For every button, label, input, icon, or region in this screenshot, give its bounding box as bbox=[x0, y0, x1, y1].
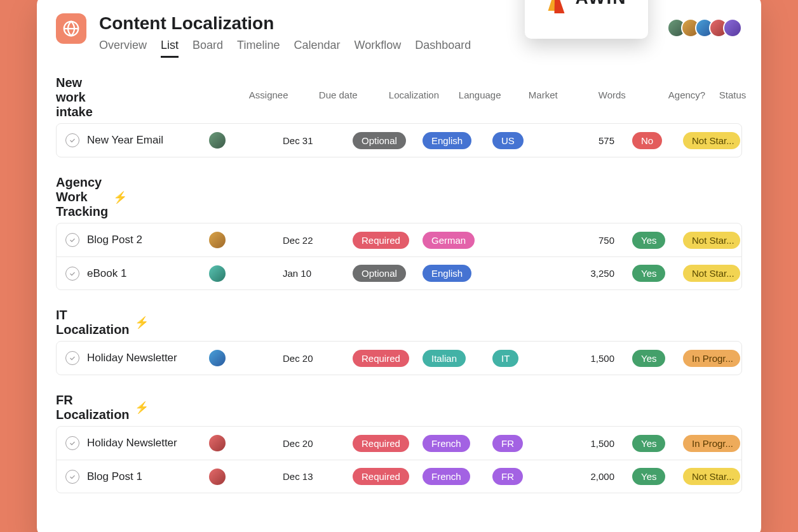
column-header[interactable]: Assignee bbox=[243, 90, 313, 100]
language-pill: German bbox=[423, 232, 475, 249]
language-pill: Italian bbox=[423, 350, 466, 367]
assignee-avatar[interactable] bbox=[208, 467, 227, 486]
market-cell[interactable]: FR bbox=[486, 435, 556, 452]
awin-logo-icon bbox=[546, 0, 569, 15]
section-title[interactable]: IT Localization⚡ bbox=[56, 308, 149, 337]
assignee-avatar[interactable] bbox=[208, 349, 227, 368]
due-date-cell[interactable]: Dec 13 bbox=[276, 471, 346, 482]
tab-board[interactable]: Board bbox=[193, 39, 223, 58]
complete-check-icon[interactable] bbox=[65, 470, 79, 484]
due-date-cell[interactable]: Dec 31 bbox=[276, 135, 346, 146]
section-title[interactable]: FR Localization⚡ bbox=[56, 393, 149, 422]
localization-cell[interactable]: Required bbox=[346, 468, 416, 485]
section-title[interactable]: Agency Work Tracking⚡ bbox=[56, 175, 127, 219]
assignee-avatar[interactable] bbox=[208, 131, 227, 150]
status-cell[interactable]: In Progr... bbox=[677, 350, 742, 367]
tab-dashboard[interactable]: Dashboard bbox=[415, 39, 471, 58]
localization-cell[interactable]: Required bbox=[346, 350, 416, 367]
column-header[interactable]: Words bbox=[592, 90, 662, 100]
status-pill: In Progr... bbox=[683, 350, 740, 367]
complete-check-icon[interactable] bbox=[65, 436, 79, 450]
agency-pill: Yes bbox=[632, 468, 665, 485]
language-pill: English bbox=[423, 132, 471, 149]
section-title[interactable]: New work intake bbox=[56, 76, 93, 119]
localization-cell[interactable]: Required bbox=[346, 232, 416, 249]
task-name[interactable]: New Year Email bbox=[87, 134, 163, 147]
localization-cell[interactable]: Required bbox=[346, 435, 416, 452]
column-header[interactable]: Due date bbox=[313, 90, 382, 100]
assignee-avatar[interactable] bbox=[208, 434, 227, 453]
words-cell[interactable]: 2,000 bbox=[556, 471, 626, 482]
tab-overview[interactable]: Overview bbox=[99, 39, 147, 58]
words-cell[interactable]: 575 bbox=[556, 135, 626, 146]
localization-pill: Required bbox=[353, 468, 409, 485]
collaborator-avatars[interactable] bbox=[672, 13, 742, 37]
agency-cell[interactable]: Yes bbox=[626, 265, 677, 282]
agency-cell[interactable]: Yes bbox=[626, 435, 677, 452]
task-name[interactable]: Blog Post 1 bbox=[87, 470, 142, 483]
task-row[interactable]: New Year EmailDec 31OptionalEnglishUS575… bbox=[57, 124, 741, 157]
project-tabs: OverviewListBoardTimelineCalendarWorkflo… bbox=[99, 39, 672, 58]
task-row[interactable]: Holiday NewsletterDec 20RequiredFrenchFR… bbox=[57, 427, 741, 460]
language-cell[interactable]: German bbox=[416, 232, 486, 249]
status-cell[interactable]: In Progr... bbox=[677, 435, 742, 452]
tab-timeline[interactable]: Timeline bbox=[237, 39, 280, 58]
words-cell[interactable]: 3,250 bbox=[556, 268, 626, 279]
column-header[interactable]: Market bbox=[522, 90, 592, 100]
complete-check-icon[interactable] bbox=[65, 133, 79, 147]
agency-cell[interactable]: Yes bbox=[626, 232, 677, 249]
localization-cell[interactable]: Optional bbox=[346, 265, 416, 282]
due-date-cell[interactable]: Dec 22 bbox=[276, 235, 346, 246]
section: New work intakeAssigneeDue dateLocalizat… bbox=[56, 76, 742, 157]
task-row[interactable]: Blog Post 2Dec 22RequiredGerman750YesNot… bbox=[57, 223, 741, 256]
collaborator-avatar[interactable] bbox=[723, 18, 742, 37]
market-cell[interactable]: FR bbox=[486, 468, 556, 485]
status-cell[interactable]: Not Star... bbox=[677, 468, 742, 485]
words-cell[interactable]: 750 bbox=[556, 235, 626, 246]
section: IT Localization⚡AssigneeDue dateLocaliza… bbox=[56, 308, 742, 375]
status-cell[interactable]: Not Star... bbox=[677, 132, 742, 149]
market-cell[interactable]: IT bbox=[486, 350, 556, 367]
column-header[interactable]: Language bbox=[452, 90, 522, 100]
column-header[interactable]: Status bbox=[713, 90, 783, 100]
agency-cell[interactable]: Yes bbox=[626, 350, 677, 367]
section: FR Localization⚡AssigneeDue dateLocaliza… bbox=[56, 393, 742, 493]
localization-pill: Required bbox=[353, 435, 409, 452]
status-pill: In Progr... bbox=[683, 435, 740, 452]
language-cell[interactable]: French bbox=[416, 468, 486, 485]
task-row[interactable]: Holiday NewsletterDec 20RequiredItalianI… bbox=[57, 342, 741, 375]
task-name[interactable]: Holiday Newsletter bbox=[87, 352, 177, 364]
task-row[interactable]: eBook 1Jan 10OptionalEnglish3,250YesNot … bbox=[57, 256, 741, 289]
complete-check-icon[interactable] bbox=[65, 351, 79, 365]
tab-calendar[interactable]: Calendar bbox=[294, 39, 340, 58]
words-cell[interactable]: 1,500 bbox=[556, 438, 626, 449]
words-cell[interactable]: 1,500 bbox=[556, 353, 626, 364]
task-name[interactable]: eBook 1 bbox=[87, 267, 126, 280]
language-cell[interactable]: Italian bbox=[416, 350, 486, 367]
column-header[interactable]: Agency? bbox=[662, 90, 713, 100]
market-cell[interactable]: US bbox=[486, 132, 556, 149]
language-cell[interactable]: English bbox=[416, 132, 486, 149]
due-date-cell[interactable]: Dec 20 bbox=[276, 438, 346, 449]
status-cell[interactable]: Not Star... bbox=[677, 232, 742, 249]
brand-name: AWIN bbox=[575, 0, 626, 8]
task-name[interactable]: Holiday Newsletter bbox=[87, 437, 177, 449]
assignee-avatar[interactable] bbox=[208, 264, 227, 283]
due-date-cell[interactable]: Jan 10 bbox=[276, 268, 346, 279]
complete-check-icon[interactable] bbox=[65, 267, 79, 281]
due-date-cell[interactable]: Dec 20 bbox=[276, 353, 346, 364]
tab-workflow[interactable]: Workflow bbox=[354, 39, 401, 58]
language-pill: French bbox=[423, 435, 470, 452]
task-row[interactable]: Blog Post 1Dec 13RequiredFrenchFR2,000Ye… bbox=[57, 460, 741, 493]
language-cell[interactable]: English bbox=[416, 265, 486, 282]
task-name[interactable]: Blog Post 2 bbox=[87, 234, 142, 246]
localization-cell[interactable]: Optional bbox=[346, 132, 416, 149]
column-header[interactable]: Localization bbox=[382, 90, 452, 100]
assignee-avatar[interactable] bbox=[208, 230, 227, 249]
tab-list[interactable]: List bbox=[161, 39, 179, 58]
language-cell[interactable]: French bbox=[416, 435, 486, 452]
agency-cell[interactable]: No bbox=[626, 132, 677, 149]
status-cell[interactable]: Not Star... bbox=[677, 265, 742, 282]
complete-check-icon[interactable] bbox=[65, 233, 79, 247]
agency-cell[interactable]: Yes bbox=[626, 468, 677, 485]
